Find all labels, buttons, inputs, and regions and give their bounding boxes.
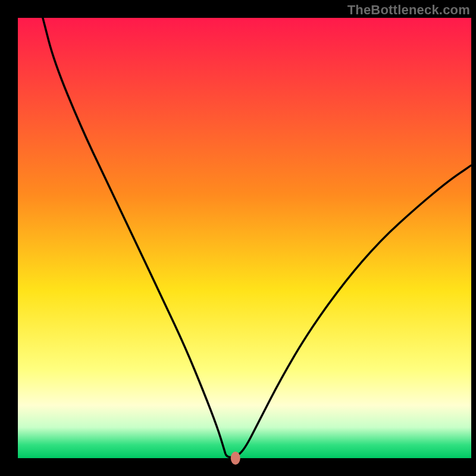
watermark-text: TheBottleneck.com <box>347 2 470 18</box>
bottleneck-chart <box>0 0 476 476</box>
chart-svg <box>0 0 476 476</box>
plot-background <box>18 18 471 458</box>
optimal-point-marker <box>231 452 240 465</box>
